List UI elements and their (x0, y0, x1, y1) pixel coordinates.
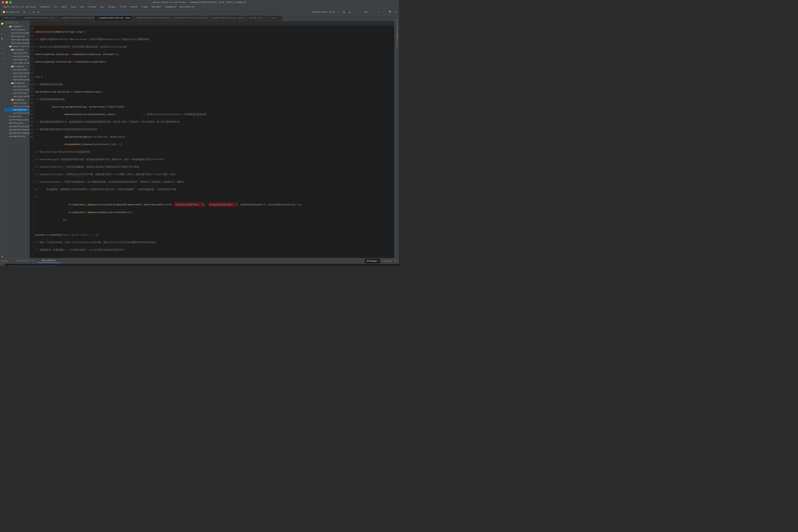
tab-example3-nettyserver[interactable]: ☕ example3/NettyServer.java × (20, 15, 57, 21)
debug-button[interactable]: 🐛 (342, 10, 347, 14)
tab-exa[interactable]: ☕ exa... × (267, 15, 283, 21)
bookmarks-icon[interactable]: 🔖 (0, 254, 4, 258)
tree-item-example3-sub[interactable]: ▼ 📂 example3 (5, 81, 30, 85)
run-config-dropdown[interactable]: ⬛ NettyClient (2) ▼ (307, 10, 336, 14)
tab-example4-nettyclient[interactable]: ☕ example4/NettyClient.java × (207, 15, 245, 21)
session-tab-nettyserver[interactable]: ⬛ NettyServer × (37, 259, 59, 263)
tree-item-nettyserver-1[interactable]: ☕ NettyServer (5, 35, 30, 38)
run-button[interactable]: ▶ (337, 10, 341, 14)
build-icon[interactable]: ⚒ (0, 47, 4, 51)
breadcrumb-root[interactable]: … (31, 22, 34, 24)
tree-item-bufferslice[interactable]: ☕ BufferSlice (5, 121, 30, 125)
tab-debugger[interactable]: Debugger (365, 259, 380, 263)
tree-item-nettyserver-ex3[interactable]: ☕ NettyServer (5, 92, 30, 95)
tree-item-nettyserverhandler-ex1[interactable]: ☕ NettyServerHandler (5, 61, 30, 65)
tree-item-nettyclienthandler-ex4[interactable]: ☕ NettyClientHandler (5, 105, 30, 108)
structure-icon-left[interactable]: ⊟ (0, 57, 4, 60)
tree-item-nettyclient-ex1[interactable]: ☕ NettyClient (5, 52, 30, 55)
fav-icon[interactable]: ★ (0, 52, 4, 55)
menu-item-app[interactable]: netty-netty-4.1.38.Final (2, 5, 38, 8)
menu-item-src[interactable]: src (52, 5, 59, 8)
tree-item-nettyserverhandler-ex3[interactable]: ☕ NettyServerHandler (5, 95, 30, 98)
tree-item-nettyclient-ex3[interactable]: ☕ NettyClient (5, 85, 30, 88)
tab-close[interactable]: × (244, 17, 245, 19)
tree-item-nettyclienthandler-ex1[interactable]: ☕ NettyClientHandler (5, 55, 30, 58)
stop-button[interactable]: ⬛ (355, 10, 360, 14)
tree-item-bytebufferput[interactable]: ☕ ByteBufferPut (5, 135, 30, 138)
tree-item-length-folder[interactable]: ▼ 📂 length.field.based.frame.dec… (5, 45, 30, 48)
tab-example4-nettyclienthandler[interactable]: ☕ example4/NettyClientHandler.java × (170, 15, 207, 21)
menu-item-com[interactable]: com (78, 5, 86, 8)
tree-item-nettyserverhandler-ex2[interactable]: ☕ NettyServerHandler (5, 78, 30, 81)
menu-item-frame[interactable]: frame (139, 5, 150, 8)
tree-item-nettyserverhandler2[interactable]: ☕ NettyServerHandler2 (5, 41, 30, 45)
code-content[interactable]: public static void main(String[] args) {… (34, 25, 394, 258)
tab-close[interactable]: × (16, 17, 17, 19)
tree-item-example4-folder[interactable]: ▼ 📂 example4 (5, 98, 30, 101)
tree-item-nettyclient-ex4[interactable]: ☕ NettyClient (5, 101, 30, 105)
git-update[interactable]: ↙ (376, 10, 380, 14)
debug-icon-btn[interactable]: 🐛 (0, 37, 4, 40)
settings-btn2[interactable]: ⚙ (37, 10, 40, 14)
menu-item-java[interactable]: java (69, 5, 78, 8)
code-area[interactable]: 13 14 15 16 17 18 19 20 21 22 23 24 25 2… (30, 25, 394, 258)
tab-example3-nettyserverhandler[interactable]: ☕ example3/NettyServerHandler.java × (57, 15, 95, 21)
close-button[interactable] (2, 1, 4, 3)
project-icon-btn[interactable]: 📁 (0, 22, 4, 25)
resume-icon[interactable]: ▶ (0, 265, 4, 266)
tree-item-nettyserverhandler-ex4[interactable]: ☕ NettyServerHandler (5, 112, 30, 115)
menu-item-based[interactable]: based (129, 5, 139, 8)
search-everywhere[interactable]: 🔍 (387, 10, 393, 14)
tree-item-bufferduplicate[interactable]: ☕ BufferDuplicate (5, 118, 30, 121)
tab-console[interactable]: Console (380, 259, 394, 263)
menu-item-field[interactable]: field (118, 5, 128, 8)
sort-btn[interactable]: ↕ (27, 10, 31, 14)
menu-item-nettyserver[interactable]: NettyServer (178, 5, 196, 8)
menu-item-example[interactable]: example (38, 5, 51, 8)
menu-item-example4[interactable]: example4 (163, 5, 177, 8)
session-close[interactable]: × (57, 260, 58, 262)
tree-item-nettyclienthandler-1[interactable]: ☕ NettyClientHandler (5, 32, 30, 35)
menu-item-length[interactable]: length (106, 5, 118, 8)
layout-btn[interactable]: ⊞ (32, 10, 36, 14)
tab-close[interactable]: × (56, 17, 57, 19)
code-editor[interactable]: … 13 14 15 16 17 18 19 20 21 22 23 24 25… (30, 21, 394, 258)
tree-item-nettyserver-ex1[interactable]: ☕ NettyServer (5, 58, 30, 61)
database-icon[interactable]: Database (395, 22, 399, 25)
tree-item-nettyclienthandler-ex2[interactable]: ☕ NettyClientHandler (5, 72, 30, 75)
menu-item-decoder[interactable]: decoder (150, 5, 163, 8)
menu-item-tuling[interactable]: tuling (86, 5, 98, 8)
session-tab-nettyclient[interactable]: ⬛ NettyClient (2) (11, 259, 37, 263)
maximize-button[interactable] (9, 1, 12, 3)
run-with-coverage[interactable]: ▶̣ (348, 10, 352, 14)
notifications-icon[interactable]: Notifications (395, 40, 399, 44)
tree-item-bytebuffercompact[interactable]: ☕ ByteBufferCompact (5, 132, 30, 135)
commit-icon[interactable]: ↑ (0, 27, 4, 31)
tree-item-bytebufferchannelread[interactable]: ☕ ByteBufferChannelRead (5, 128, 30, 132)
tree-item-nettyserverhandler-1[interactable]: ☕ NettyServerHandler (5, 38, 30, 41)
minimize-button[interactable] (5, 1, 8, 3)
tab-example4-nettyserverhandler[interactable]: ☕ example4/NettyServerHandler.java × (132, 15, 170, 21)
close-icon-bottom[interactable]: × (397, 260, 398, 262)
tree-item-nettyserver-ex4[interactable]: ☕ NettyServer (5, 108, 30, 112)
project-dropdown[interactable]: 📁 Project ▼ (1, 10, 20, 14)
tree-item-nettyclient-ex2[interactable]: ☕ NettyClient (5, 68, 30, 72)
tree-item-nettyclient-1[interactable]: ☕ NettyClient (5, 28, 30, 32)
tab-close[interactable]: × (264, 17, 265, 19)
tree-item-nettyserver-ex2[interactable]: ☕ NettyServer (5, 75, 30, 78)
git-push[interactable]: ↗ (381, 10, 385, 14)
tree-item-example1[interactable]: ▼ 📂 example1 (5, 48, 30, 52)
tree-item-accepttest[interactable]: ☕ AcceptTest (5, 115, 30, 118)
tree-item-example3[interactable]: ▼ 📂 example3 (5, 25, 30, 28)
todo-icon[interactable]: ✓ (0, 42, 4, 45)
tab-close[interactable]: × (131, 17, 132, 19)
menu-item-nio[interactable]: nio (98, 5, 106, 8)
tab-lder-java[interactable]: ☕ lder.java × (0, 15, 20, 21)
tab-close[interactable]: × (280, 17, 281, 19)
tab-example4-nettyserver[interactable]: ☕ example4/NettyServer.java × (95, 15, 132, 21)
tree-item-nettyclienthandler-ex3[interactable]: ☕ NettyClientHandler (5, 88, 30, 92)
tree-item-bytebufferallocatedirect[interactable]: ☕ ByteBufferAllocateDirect (5, 125, 30, 128)
run-icon-btn[interactable]: ▶ (0, 32, 4, 35)
git-commit[interactable]: ✓ (372, 10, 376, 14)
tree-item-example2[interactable]: ▼ 📂 example2 (5, 65, 30, 68)
